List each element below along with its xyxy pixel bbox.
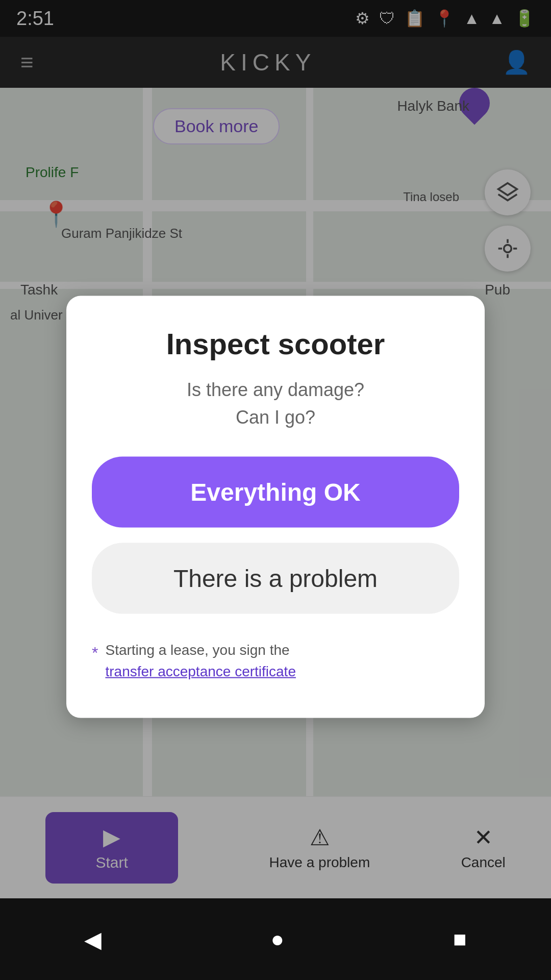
modal-subtitle-line1: Is there any damage? [187, 379, 364, 400]
modal-subtitle-line2: Can I go? [236, 407, 315, 428]
footnote-text: Starting a lease, you sign the transfer … [105, 640, 296, 682]
modal-footnote: * Starting a lease, you sign the transfe… [92, 640, 459, 682]
footnote-star: * [92, 641, 98, 665]
footnote-prefix: Starting a lease, you sign the [105, 642, 289, 658]
inspect-scooter-modal: Inspect scooter Is there any damage? Can… [66, 296, 485, 718]
back-button[interactable]: ◀ [84, 926, 102, 952]
recent-button[interactable]: ■ [453, 926, 467, 952]
there-is-problem-button[interactable]: There is a problem [92, 543, 459, 614]
home-button[interactable]: ● [270, 926, 284, 952]
modal-title: Inspect scooter [92, 327, 459, 361]
system-navigation: ◀ ● ■ [0, 898, 551, 980]
transfer-certificate-link[interactable]: transfer acceptance certificate [105, 664, 296, 679]
modal-subtitle: Is there any damage? Can I go? [92, 376, 459, 431]
everything-ok-button[interactable]: Everything OK [92, 457, 459, 528]
